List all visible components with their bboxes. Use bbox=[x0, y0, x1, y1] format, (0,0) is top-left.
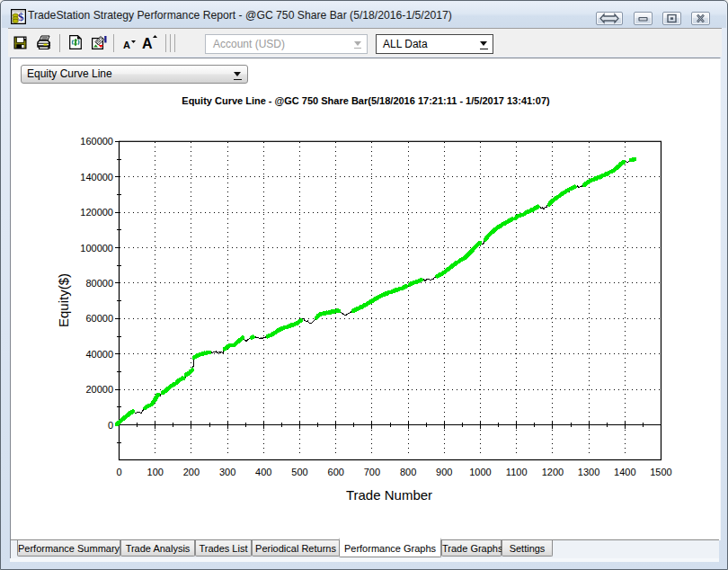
svg-text:1200: 1200 bbox=[542, 467, 564, 477]
svg-text:0: 0 bbox=[108, 420, 113, 431]
svg-text:60000: 60000 bbox=[85, 313, 113, 324]
svg-text:900: 900 bbox=[436, 467, 452, 477]
svg-text:40000: 40000 bbox=[85, 349, 113, 360]
svg-text:80000: 80000 bbox=[85, 278, 113, 289]
svg-text:800: 800 bbox=[400, 467, 416, 477]
svg-text:1500: 1500 bbox=[650, 467, 671, 477]
svg-text:1300: 1300 bbox=[578, 467, 599, 477]
svg-text:600: 600 bbox=[328, 467, 344, 477]
svg-text:700: 700 bbox=[364, 467, 380, 477]
svg-text:1400: 1400 bbox=[614, 467, 635, 477]
svg-text:100000: 100000 bbox=[80, 243, 113, 254]
svg-text:1000: 1000 bbox=[469, 467, 491, 477]
svg-text:200: 200 bbox=[183, 467, 200, 477]
svg-text:Equity($): Equity($) bbox=[56, 273, 71, 327]
svg-text:160000: 160000 bbox=[80, 136, 113, 147]
svg-text:Trade Number: Trade Number bbox=[346, 487, 432, 503]
svg-text:400: 400 bbox=[255, 467, 271, 477]
svg-text:100: 100 bbox=[147, 467, 164, 477]
svg-text:140000: 140000 bbox=[80, 172, 113, 183]
svg-text:500: 500 bbox=[291, 467, 307, 477]
svg-text:120000: 120000 bbox=[80, 207, 113, 218]
svg-text:0: 0 bbox=[116, 467, 121, 477]
svg-text:300: 300 bbox=[219, 467, 235, 477]
svg-text:20000: 20000 bbox=[85, 384, 113, 395]
svg-text:1100: 1100 bbox=[506, 467, 528, 477]
